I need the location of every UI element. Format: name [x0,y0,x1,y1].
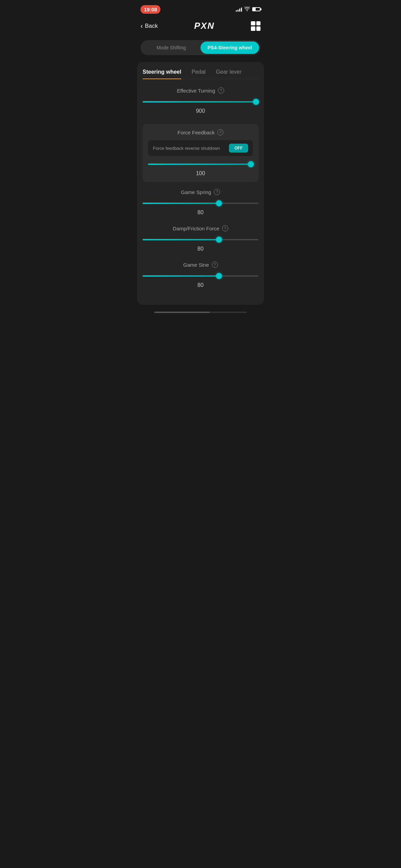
force-feedback-value: 100 [148,170,253,177]
back-label: Back [145,23,158,29]
game-sine-track [143,275,258,277]
game-spring-value: 80 [143,209,258,216]
grid-cell [251,21,255,26]
effective-turning-slider[interactable] [143,98,258,105]
tab-pedal[interactable]: Pedal [192,69,206,79]
force-feedback-info-icon[interactable]: ? [217,129,223,135]
game-sine-value: 80 [143,282,258,288]
game-spring-header: Game Spring ? [143,189,258,195]
force-feedback-slider[interactable] [148,161,253,168]
game-sine-title: Game Sine [183,262,209,268]
force-feedback-toggle-row: Force feedback reverse shutdown OFF [148,140,253,156]
game-sine-info-icon[interactable]: ? [212,262,218,268]
game-spring-thumb[interactable] [216,200,222,206]
damp-friction-slider[interactable] [143,236,258,243]
effective-turning-value: 900 [143,108,258,114]
damp-friction-section: Damp/Friction Force ? 80 [143,225,258,252]
force-feedback-toggle-button[interactable]: OFF [229,144,248,153]
back-button[interactable]: ‹ Back [141,22,158,30]
main-content: Steering wheel Pedal Gear lever Effectiv… [137,62,264,305]
scroll-indicator [154,312,247,313]
damp-friction-fill [143,239,219,240]
tab-mode-shifting[interactable]: Mode Shifting [142,41,200,54]
force-feedback-thumb[interactable] [248,161,254,167]
logo: PXN [194,21,215,31]
status-icons [236,7,260,12]
header: ‹ Back PXN [134,17,267,37]
mode-tabs: Mode Shifting PS4-Steering wheel [141,40,260,55]
game-spring-title: Game Spring [181,189,211,195]
grid-icon[interactable] [251,21,260,31]
scroll-fill [154,312,210,313]
force-feedback-title: Force Feedback [178,130,215,135]
force-feedback-box: Force Feedback ? Force feedback reverse … [143,124,258,182]
damp-friction-title: Damp/Friction Force [173,226,219,231]
game-sine-header: Game Sine ? [143,262,258,268]
damp-friction-info-icon[interactable]: ? [222,225,228,231]
wifi-icon [244,7,250,12]
back-chevron-icon: ‹ [141,22,143,30]
game-sine-fill [143,275,219,277]
force-feedback-toggle-label: Force feedback reverse shutdown [153,146,220,151]
battery-icon [252,7,260,11]
damp-friction-thumb[interactable] [216,237,222,243]
game-sine-section: Game Sine ? 80 [143,262,258,288]
effective-turning-header: Effective Turning ? [143,87,258,94]
effective-turning-info-icon[interactable]: ? [218,87,224,94]
grid-cell [251,26,255,31]
game-sine-slider[interactable] [143,273,258,279]
damp-friction-track [143,239,258,240]
game-spring-slider[interactable] [143,200,258,207]
game-spring-track [143,203,258,204]
game-spring-section: Game Spring ? 80 [143,189,258,216]
sub-tabs: Steering wheel Pedal Gear lever [143,69,258,79]
effective-turning-fill [143,101,256,103]
status-bar: 19:08 [134,0,267,17]
tab-ps4-steering[interactable]: PS4-Steering wheel [200,41,259,54]
game-spring-fill [143,203,219,204]
force-feedback-header: Force Feedback ? [148,129,253,135]
force-feedback-fill [148,164,251,165]
effective-turning-title: Effective Turning [177,88,215,94]
grid-cell [256,21,261,26]
effective-turning-section: Effective Turning ? 900 [143,87,258,114]
signal-icon [236,7,242,12]
game-sine-thumb[interactable] [216,273,222,279]
damp-friction-header: Damp/Friction Force ? [143,225,258,231]
force-feedback-track [148,164,253,165]
tab-steering-wheel[interactable]: Steering wheel [143,69,181,79]
tab-gear-lever[interactable]: Gear lever [216,69,242,79]
effective-turning-track [143,101,258,103]
damp-friction-value: 80 [143,246,258,252]
status-time: 19:08 [141,5,160,14]
grid-cell [256,26,261,31]
game-spring-info-icon[interactable]: ? [214,189,220,195]
effective-turning-thumb[interactable] [253,99,259,105]
